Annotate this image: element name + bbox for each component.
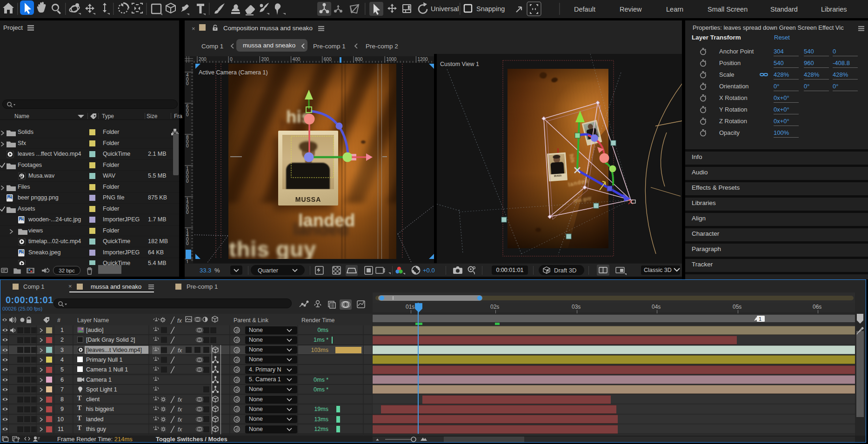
svg-text:1: 1 — [759, 316, 761, 322]
svg-text:1: 1 — [186, 259, 189, 263]
svg-text:0: 0 — [186, 210, 189, 215]
svg-text:Layer Name: Layer Name — [77, 317, 109, 324]
svg-text:0: 0 — [186, 179, 189, 184]
svg-text:Universal: Universal — [431, 5, 459, 13]
svg-text:0: 0 — [186, 112, 189, 117]
svg-text:Parent & Link: Parent & Link — [234, 317, 269, 324]
svg-text:0: 0 — [230, 57, 233, 62]
svg-text:200: 200 — [261, 57, 269, 62]
svg-text:400: 400 — [293, 57, 300, 62]
svg-text:fx: fx — [177, 318, 182, 324]
svg-text:800: 800 — [355, 57, 363, 62]
svg-text:1000: 1000 — [386, 57, 397, 62]
svg-text:#: # — [57, 317, 60, 324]
svg-text:200: 200 — [199, 57, 207, 62]
svg-text:600: 600 — [324, 57, 332, 62]
svg-text:0: 0 — [186, 241, 189, 246]
svg-text:+0.0: +0.0 — [423, 267, 435, 274]
svg-text:Render Time: Render Time — [301, 317, 335, 324]
svg-text:1200: 1200 — [417, 57, 428, 62]
svg-text:0: 0 — [186, 81, 189, 86]
svg-text:0: 0 — [186, 143, 189, 148]
svg-text:Snapping: Snapping — [476, 5, 505, 13]
